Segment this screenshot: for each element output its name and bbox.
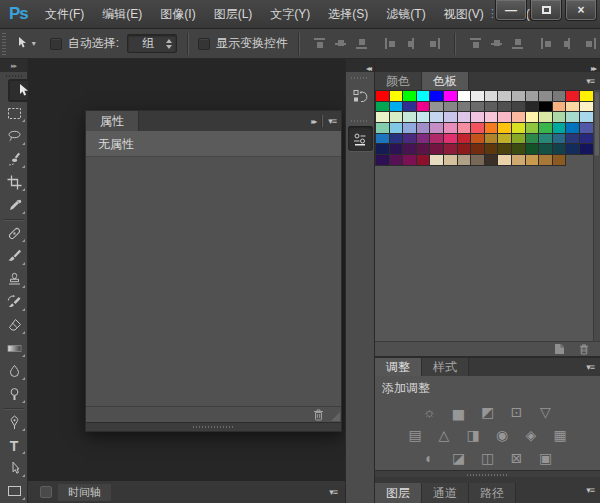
color-swatch[interactable] <box>566 102 579 112</box>
invert-icon[interactable]: ◐ <box>421 450 439 466</box>
quick-selection-tool[interactable] <box>0 148 28 171</box>
color-swatch[interactable] <box>403 144 416 154</box>
color-swatch[interactable] <box>553 155 566 165</box>
minimize-button[interactable]: — <box>495 0 527 21</box>
scrollbar-thumb[interactable] <box>595 92 599 156</box>
color-swatch[interactable] <box>485 134 498 144</box>
color-swatch[interactable] <box>444 144 457 154</box>
color-swatch[interactable] <box>430 123 443 133</box>
color-swatch[interactable] <box>390 134 403 144</box>
timeline-menu-icon[interactable]: ▾≡ <box>329 487 337 497</box>
color-swatch[interactable] <box>526 134 539 144</box>
color-balance-icon[interactable]: △ <box>435 427 453 443</box>
color-swatch[interactable] <box>417 134 430 144</box>
color-swatch[interactable] <box>471 123 484 133</box>
color-swatch[interactable] <box>390 144 403 154</box>
color-swatch[interactable] <box>458 102 471 112</box>
color-swatch[interactable] <box>553 144 566 154</box>
color-swatch[interactable] <box>430 155 443 165</box>
color-swatch[interactable] <box>444 155 457 165</box>
tab-styles[interactable]: 样式 <box>422 358 469 376</box>
distribute-vertical-centers-icon[interactable] <box>489 37 504 50</box>
trash-icon[interactable] <box>312 408 325 421</box>
lasso-tool[interactable] <box>0 125 28 148</box>
expand-dock-icon[interactable]: ◂◂ <box>366 64 370 73</box>
collapse-panel-icon[interactable]: ▸▸ <box>311 117 315 126</box>
tools-grip[interactable] <box>6 75 22 77</box>
brightness-contrast-icon[interactable]: ☼ <box>421 404 439 420</box>
options-bar-grip[interactable] <box>2 33 6 55</box>
color-swatch[interactable] <box>566 144 579 154</box>
distribute-left-edges-icon[interactable] <box>540 37 555 50</box>
menu-filter[interactable]: 滤镜(T) <box>377 6 434 23</box>
distribute-horizontal-centers-icon[interactable] <box>561 37 576 50</box>
tab-channels[interactable]: 通道 <box>422 483 469 503</box>
blur-tool[interactable] <box>0 360 28 383</box>
rectangle-tool[interactable] <box>0 480 28 503</box>
menu-image[interactable]: 图像(I) <box>151 6 204 23</box>
color-swatch[interactable] <box>458 123 471 133</box>
align-right-edges-icon[interactable] <box>426 37 441 50</box>
eraser-tool[interactable] <box>0 314 28 337</box>
tab-timeline[interactable]: 时间轴 <box>58 484 111 501</box>
color-swatch[interactable] <box>526 155 539 165</box>
color-swatch[interactable] <box>390 155 403 165</box>
color-swatch[interactable] <box>566 123 579 133</box>
black-white-icon[interactable]: ◨ <box>464 427 482 443</box>
color-swatch[interactable] <box>485 123 498 133</box>
gradient-map-icon[interactable]: ⊠ <box>508 450 526 466</box>
channel-mixer-icon[interactable]: ◈ <box>522 427 540 443</box>
posterize-icon[interactable]: ◪ <box>450 450 468 466</box>
distribute-top-edges-icon[interactable] <box>468 37 483 50</box>
color-swatch[interactable] <box>444 123 457 133</box>
history-panel-button[interactable] <box>348 83 373 108</box>
color-swatch[interactable] <box>553 123 566 133</box>
exposure-icon[interactable]: ⊡ <box>508 404 526 420</box>
spot-healing-brush-tool[interactable] <box>0 222 28 245</box>
color-swatch[interactable] <box>553 112 566 122</box>
color-swatch[interactable] <box>417 91 430 101</box>
color-swatch[interactable] <box>403 123 416 133</box>
color-swatch[interactable] <box>458 112 471 122</box>
panel-drag-handle[interactable] <box>375 470 600 477</box>
color-swatch[interactable] <box>498 134 511 144</box>
align-bottom-edges-icon[interactable] <box>354 37 369 50</box>
color-swatch[interactable] <box>580 112 593 122</box>
maximize-button[interactable] <box>530 0 562 21</box>
tab-properties[interactable]: 属性 <box>86 111 139 131</box>
color-swatch[interactable] <box>498 123 511 133</box>
color-swatch[interactable] <box>376 144 389 154</box>
color-swatch[interactable] <box>553 134 566 144</box>
clone-stamp-tool[interactable] <box>0 268 28 291</box>
align-vertical-centers-icon[interactable] <box>333 37 348 50</box>
path-selection-tool[interactable] <box>0 457 28 480</box>
color-swatch[interactable] <box>417 123 430 133</box>
color-swatch[interactable] <box>580 134 593 144</box>
rectangular-marquee-tool[interactable] <box>0 102 28 125</box>
swatches-menu-icon[interactable]: ▾≡ <box>586 76 594 86</box>
adjustments-menu-icon[interactable]: ▾≡ <box>586 362 594 372</box>
tab-adjustments[interactable]: 调整 <box>375 358 422 376</box>
color-swatch[interactable] <box>390 123 403 133</box>
brush-tool[interactable] <box>0 245 28 268</box>
color-swatch[interactable] <box>580 91 593 101</box>
color-swatch[interactable] <box>580 144 593 154</box>
color-swatch[interactable] <box>390 102 403 112</box>
color-swatch[interactable] <box>526 144 539 154</box>
color-swatch[interactable] <box>566 112 579 122</box>
color-swatch[interactable] <box>458 155 471 165</box>
layers-menu-icon[interactable]: ▾≡ <box>586 485 594 495</box>
color-swatch[interactable] <box>553 91 566 101</box>
color-swatch[interactable] <box>458 91 471 101</box>
color-swatch[interactable] <box>512 112 525 122</box>
distribute-bottom-edges-icon[interactable] <box>510 37 525 50</box>
crop-tool[interactable] <box>0 171 28 194</box>
color-swatch[interactable] <box>498 144 511 154</box>
swatches-scrollbar[interactable] <box>593 90 600 341</box>
levels-icon[interactable]: ▅ <box>450 404 468 420</box>
color-swatch[interactable] <box>485 155 498 165</box>
type-tool[interactable]: T <box>0 434 28 457</box>
photo-filter-icon[interactable]: ◉ <box>493 427 511 443</box>
color-swatch[interactable] <box>376 134 389 144</box>
menu-file[interactable]: 文件(F) <box>36 6 93 23</box>
